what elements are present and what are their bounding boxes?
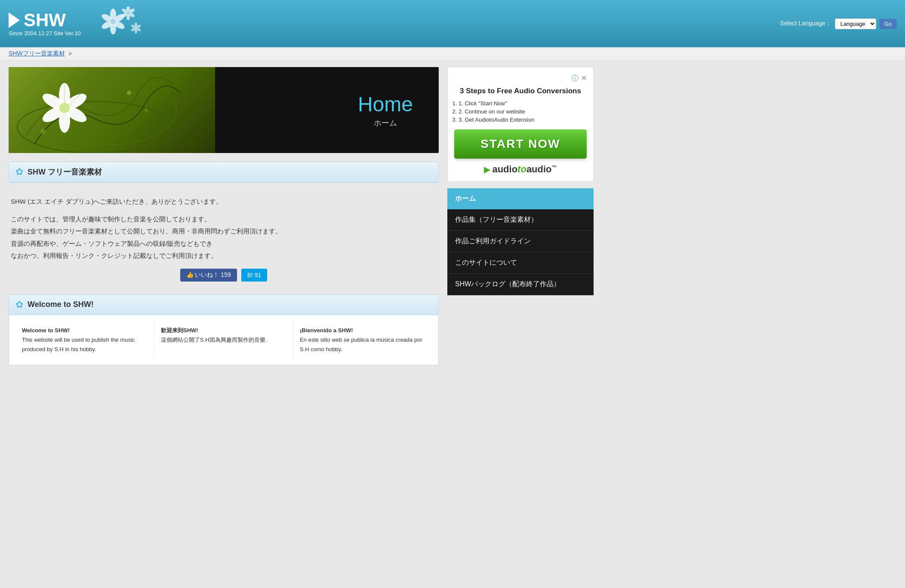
flowers-decoration-icon xyxy=(89,6,141,41)
hero-text: Home ホーム xyxy=(358,92,413,128)
main-section-box: ✿ SHW フリー音楽素材 xyxy=(9,162,439,183)
social-buttons: 👍 いいね！ 159 B! 91 xyxy=(11,269,437,282)
audio-to-audio-logo: ▶ audiotoaudio™ xyxy=(454,164,587,175)
start-now-button[interactable]: START NOW xyxy=(454,129,587,159)
language-go-button[interactable]: Go xyxy=(880,19,896,29)
audio-to-text: to xyxy=(517,164,526,175)
nav-item-backlog[interactable]: SHWバックログ（配布終了作品） xyxy=(447,274,594,295)
welcome-col-zh-title: 歓迎来到SHW! xyxy=(161,327,198,334)
ad-title: 3 Steps to Free Audio Conversions xyxy=(454,86,587,96)
nav-label-works: 作品集（フリー音楽素材） xyxy=(455,215,538,224)
intro-para1: SHW (エス エイチ ダブリュ)へご来訪いただき、ありがとうございます。 xyxy=(11,196,437,208)
svg-point-34 xyxy=(40,129,46,134)
nav-item-guidelines[interactable]: 作品ご利用ガイドライン xyxy=(447,231,594,252)
logo-shw: SHW xyxy=(24,11,66,29)
hatena-bookmark-button[interactable]: B! 91 xyxy=(241,269,268,282)
lang-label: Select Language： xyxy=(780,20,831,28)
content-area: Home ホーム ✿ SHW フリー音楽素材 SHW (エス エイチ ダブリュ)… xyxy=(9,67,439,374)
ad-step1: 1. Click "Start Now" xyxy=(459,100,587,107)
logo-subtitle: Since 2004.12.27 Site Ver.10 xyxy=(9,30,81,37)
star-icon: ✿ xyxy=(15,166,23,178)
nav-label-backlog: SHWバックログ（配布終了作品） xyxy=(455,280,560,289)
hero-left-decoration xyxy=(9,67,215,153)
nav-label-home: ホーム xyxy=(455,194,476,203)
hero-banner: Home ホーム xyxy=(9,67,439,153)
welcome-section-box: ✿ Welcome to SHW! Welcome to SHW! This w… xyxy=(9,294,439,365)
nav-sidebar: ホーム 作品集（フリー音楽素材） 作品ご利用ガイドライン このサイトについて S… xyxy=(447,188,594,295)
audio-word1: audio xyxy=(492,164,517,175)
logo-area: SHW Since 2004.12.27 Site Ver.10 xyxy=(9,6,141,41)
ad-step3: 3. Get AudiotoAudio Extension xyxy=(459,116,587,123)
nav-label-about: このサイトについて xyxy=(455,258,517,267)
audio-word2: audio xyxy=(526,164,552,175)
nav-item-works[interactable]: 作品集（フリー音楽素材） xyxy=(447,209,594,231)
breadcrumb-separator: > xyxy=(68,50,72,57)
ad-steps: 1. Click "Start Now" 2. Continue on our … xyxy=(454,100,587,123)
logo-title: SHW xyxy=(9,11,81,29)
logo-triangle-icon xyxy=(9,12,20,28)
welcome-section-body: Welcome to SHW! This website will be use… xyxy=(9,315,438,365)
welcome-section-title: Welcome to SHW! xyxy=(28,300,94,309)
main-section-header: ✿ SHW フリー音楽素材 xyxy=(9,162,438,182)
hero-floral-art xyxy=(9,67,215,153)
ad-box: ⓘ ✕ 3 Steps to Free Audio Conversions 1.… xyxy=(447,67,594,182)
welcome-col-zh-text: 這個網站公開了S.H因為興趣而製作的音樂. xyxy=(161,337,267,343)
language-selector-area: Select Language： Language Go xyxy=(780,18,896,29)
header: SHW Since 2004.12.27 Site Ver.10 xyxy=(0,0,905,47)
breadcrumb: SHWフリー音楽素材 > xyxy=(0,47,905,61)
welcome-col-es-text: En este sitio web se publica la música c… xyxy=(300,337,422,352)
svg-point-20 xyxy=(135,27,137,29)
welcome-section-header: ✿ Welcome to SHW! xyxy=(9,295,438,315)
ad-step2: 2. Continue on our website xyxy=(459,108,587,115)
welcome-columns: Welcome to SHW! This website will be use… xyxy=(15,322,432,358)
main-content: SHW (エス エイチ ダブリュ)へご来訪いただき、ありがとうございます。 この… xyxy=(9,191,439,294)
welcome-col-en-title: Welcome to SHW! xyxy=(22,327,70,334)
intro-para2: このサイトでは、管理人が趣味で制作した音楽を公開しております。 楽曲は全て無料の… xyxy=(11,213,437,262)
audio-brand-text: audiotoaudio™ xyxy=(492,164,557,175)
welcome-col-es: ¡Bienvenido a SHW! En este sitio web se … xyxy=(293,322,432,358)
svg-point-13 xyxy=(126,11,130,15)
svg-point-29 xyxy=(59,103,70,113)
svg-point-32 xyxy=(127,91,131,95)
sidebar: ⓘ ✕ 3 Steps to Free Audio Conversions 1.… xyxy=(447,67,594,295)
welcome-col-en: Welcome to SHW! This website will be use… xyxy=(15,322,154,358)
nav-label-guidelines: 作品ご利用ガイドライン xyxy=(455,237,531,246)
main-layout: Home ホーム ✿ SHW フリー音楽素材 SHW (エス エイチ ダブリュ)… xyxy=(0,61,602,380)
ad-controls: ⓘ ✕ xyxy=(454,74,587,83)
nav-item-home[interactable]: ホーム xyxy=(447,188,594,209)
ad-info-icon[interactable]: ⓘ xyxy=(572,74,579,83)
welcome-col-en-text: This website will be used to publish the… xyxy=(22,337,135,352)
svg-point-6 xyxy=(111,19,116,24)
audio-play-icon: ▶ xyxy=(484,164,490,175)
hero-title-jp: ホーム xyxy=(358,118,413,128)
main-section-title: SHW フリー音楽素材 xyxy=(28,167,102,177)
ad-close-icon[interactable]: ✕ xyxy=(581,74,587,83)
svg-point-33 xyxy=(145,108,148,112)
breadcrumb-link[interactable]: SHWフリー音楽素材 xyxy=(9,50,65,58)
facebook-like-button[interactable]: 👍 いいね！ 159 xyxy=(180,269,237,282)
logo-text: SHW Since 2004.12.27 Site Ver.10 xyxy=(9,11,81,37)
welcome-col-zh: 歓迎来到SHW! 這個網站公開了S.H因為興趣而製作的音樂. xyxy=(154,322,293,358)
welcome-star-icon: ✿ xyxy=(15,299,23,310)
svg-point-21 xyxy=(17,101,172,153)
nav-item-about[interactable]: このサイトについて xyxy=(447,252,594,274)
welcome-col-es-title: ¡Bienvenido a SHW! xyxy=(300,327,353,334)
language-select[interactable]: Language xyxy=(835,18,876,29)
audio-tm: ™ xyxy=(552,164,557,170)
hero-title-en: Home xyxy=(358,92,413,116)
logo-flowers xyxy=(89,6,141,41)
